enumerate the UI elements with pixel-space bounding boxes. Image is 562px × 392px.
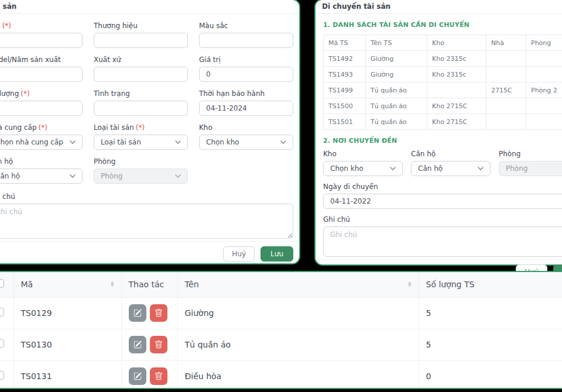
pencil-square-icon	[133, 309, 142, 317]
asset-modal-title: Tài sản	[0, 0, 299, 14]
brand-input[interactable]	[94, 33, 188, 48]
value-input[interactable]	[199, 67, 293, 82]
pencil-square-icon	[133, 372, 142, 380]
dest-apartment-field: Căn hộ Căn hộ	[411, 145, 491, 176]
col-qty: Số lượng TS	[419, 272, 562, 297]
brand-label: Thương hiệu	[94, 22, 138, 30]
warranty-date-input[interactable]	[199, 101, 293, 116]
row-checkbox[interactable]	[0, 339, 4, 348]
asset-name: Điều hòa	[177, 360, 419, 389]
asset-qty: 5	[419, 297, 562, 329]
move-date-input[interactable]	[323, 194, 562, 209]
name-input[interactable]	[0, 33, 83, 48]
move-date-label: Ngày di chuyển	[323, 183, 378, 191]
room-select: Phòng	[94, 169, 188, 184]
color-input[interactable]	[199, 33, 293, 48]
edit-button[interactable]	[129, 304, 146, 322]
quantity-label: Số lượng	[0, 90, 19, 98]
asset-modal-footer: Huỷ Lưu	[0, 241, 299, 266]
table-header-row: Mã TS Tên TS Kho Nhà Phòng	[324, 35, 562, 51]
delete-button[interactable]	[150, 304, 167, 322]
quantity-input[interactable]	[0, 101, 83, 116]
dest-room-select-value: Phòng	[506, 164, 527, 173]
asset-type-select-value: Loại tài sản	[101, 138, 141, 146]
dest-room-select: Phòng	[499, 161, 562, 176]
cell-room	[526, 114, 562, 130]
chevron-down-icon	[70, 140, 76, 144]
dest-warehouse-select[interactable]: Chọn kho	[323, 161, 403, 176]
cell-building	[486, 51, 526, 67]
dest-apartment-select-value: Căn hộ	[418, 164, 443, 173]
trash-icon	[155, 372, 163, 380]
table-row: TS1501 Tủ quần áo Kho 2715C	[324, 114, 562, 130]
edit-button[interactable]	[129, 336, 146, 353]
move-note-field: Ghi chú	[323, 215, 562, 259]
model-input[interactable]	[0, 67, 83, 82]
col-ma-ts: Mã TS	[324, 35, 366, 51]
chevron-down-icon	[175, 174, 181, 178]
asset-type-select[interactable]: Loại tài sản	[94, 135, 188, 150]
dest-apartment-select[interactable]: Căn hộ	[411, 161, 491, 176]
supplier-select[interactable]: Chọn nhà cung cấp	[0, 135, 83, 150]
delete-button[interactable]	[150, 367, 167, 385]
table-row: TS0129 Giường 5	[0, 297, 562, 329]
asset-qty: 5	[419, 329, 562, 360]
value-label: Giá trị	[199, 56, 221, 64]
supplier-select-value: Chọn nhà cung cấp	[0, 138, 63, 146]
table-row: TS0131 Điều hòa 0	[0, 360, 562, 389]
assets-header-row: Mã▲▼ Thao tác Tên▲▼ Số lượng TS	[0, 272, 562, 297]
condition-label: Tình trạng	[94, 90, 130, 98]
color-label: Màu sắc	[199, 22, 228, 30]
cell-room	[526, 51, 562, 67]
warehouse-field: Kho Chọn kho	[199, 116, 293, 150]
asset-type-label: Loại tài sản	[94, 123, 134, 132]
row-checkbox[interactable]	[0, 308, 4, 317]
asset-form-modal: Tài sản Tên(*) Thương hiệu Màu sắc Mod	[0, 0, 300, 264]
origin-input[interactable]	[94, 67, 188, 82]
warehouse-select[interactable]: Chọn kho	[199, 135, 293, 150]
asset-code-link[interactable]: TS0129	[13, 297, 121, 329]
move-note-textarea[interactable]	[323, 226, 562, 257]
cell-warehouse: Kho 2315c	[427, 51, 486, 67]
cell-name: Tủ quần áo	[366, 98, 427, 114]
sort-icon[interactable]: ▲▼	[408, 281, 411, 287]
section2-title: 2. NƠI CHUYỂN ĐẾN	[323, 137, 562, 145]
asset-code-link[interactable]: TS0131	[13, 360, 121, 389]
save-button[interactable]: Lưu	[261, 246, 293, 262]
section1-title: 1. DANH SÁCH TÀI SẢN CẦN DI CHUYỂN	[323, 21, 562, 29]
condition-input[interactable]	[94, 101, 188, 116]
sort-icon[interactable]: ▲▼	[111, 281, 114, 287]
room-label: Phòng	[94, 157, 115, 166]
cell-building	[486, 67, 526, 82]
delete-button[interactable]	[150, 336, 167, 353]
note-textarea[interactable]	[0, 204, 293, 239]
col-name-label: Tên	[185, 280, 199, 289]
move-modal-title: Di chuyển tài sản	[316, 0, 562, 14]
warranty-label: Thời hạn bảo hành	[199, 90, 265, 98]
dest-room-label: Phòng	[499, 150, 520, 158]
supplier-field: Nhà cung cấp(*) Chọn nhà cung cấp	[0, 116, 83, 150]
chevron-down-icon	[175, 140, 181, 144]
model-field: Model/Năm sản xuất	[0, 48, 83, 82]
asset-modal-body: Tên(*) Thương hiệu Màu sắc Model/Năm sản…	[0, 14, 299, 241]
table-row: TS1500 Tủ quần áo Kho 2715C	[324, 98, 562, 114]
col-code-label: Mã	[21, 280, 33, 289]
cell-warehouse: Kho 2315c	[427, 67, 486, 82]
col-code: Mã▲▼	[13, 272, 121, 297]
select-all-checkbox[interactable]	[0, 279, 4, 288]
asset-code-link[interactable]: TS0130	[13, 329, 121, 360]
cell-name: Giường	[366, 51, 427, 67]
row-checkbox[interactable]	[0, 371, 4, 380]
cell-room	[526, 67, 562, 82]
quantity-field: Số lượng(*)	[0, 82, 83, 116]
cell-room: Phòng 2	[526, 82, 562, 98]
apartment-label: Căn hộ	[0, 157, 13, 166]
cancel-button[interactable]: Huỷ	[223, 246, 255, 262]
cell-code: TS1499	[324, 82, 366, 98]
required-mark: (*)	[136, 123, 145, 132]
origin-label: Xuất xứ	[94, 56, 121, 64]
room-field: Phòng Phòng	[94, 150, 188, 184]
apartment-select[interactable]: Căn hộ	[0, 169, 83, 184]
apartment-select-value: Căn hộ	[0, 172, 20, 180]
edit-button[interactable]	[129, 367, 146, 385]
